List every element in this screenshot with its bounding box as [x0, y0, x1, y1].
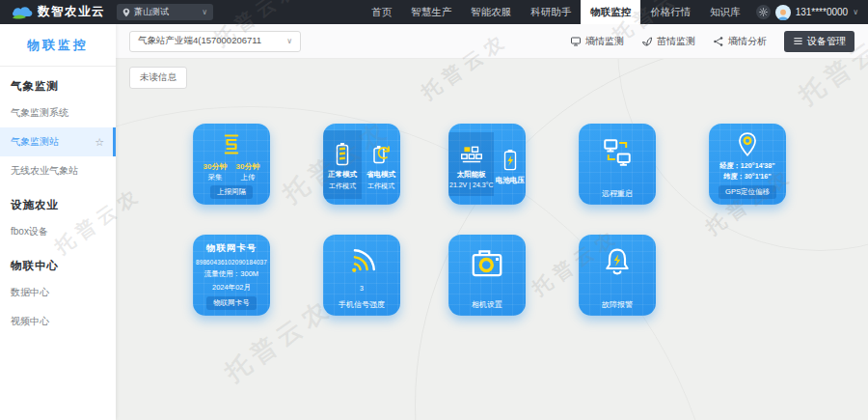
star-icon[interactable]: ☆: [95, 137, 104, 148]
main-content: 气象站产业端4(157000206711 ∨ 墒情监测 苗情监测: [116, 24, 868, 420]
card-iot-sim[interactable]: 物联网卡号 89860436102090184037 流量使用：300M 202…: [193, 235, 270, 316]
leaf-icon: [641, 36, 653, 47]
user-area: 131****0000 ∨: [750, 5, 868, 20]
solar-panel-half[interactable]: 太阳能板 21.2V | 24.3°C: [448, 132, 494, 196]
action-seedling-monitor[interactable]: 苗情监测: [641, 35, 695, 48]
location-pin-icon: [122, 8, 130, 17]
app-title: 数智农业云: [38, 4, 105, 20]
list-icon: [793, 36, 803, 46]
eco-mode-half[interactable]: 省电模式 工作模式: [362, 130, 400, 199]
user-avatar[interactable]: [775, 5, 791, 20]
top-navigation: 首页 智慧生产 智能农服 科研助手 物联监控 价格行情 知识库: [362, 0, 750, 24]
nav-item-iot-monitoring[interactable]: 物联监控: [581, 0, 640, 24]
sidebar-item-fbox-device[interactable]: fbox设备: [0, 217, 116, 246]
header-actions: 墒情监测 苗情监测 墒情分析 设备管理: [570, 31, 854, 52]
gps-latitude: 纬度：30°1'16": [719, 172, 775, 182]
remote-restart-label: 远程重启: [602, 188, 633, 199]
battery-bolt-icon: [500, 147, 521, 174]
card-fault-alarm[interactable]: 故障报警: [579, 235, 656, 316]
location-selector[interactable]: 萧山测试 ∨: [117, 4, 213, 20]
card-footer-pill: GPS定位偏移: [719, 185, 776, 199]
sidebar-item-label: 无线农业气象站: [11, 164, 78, 178]
nav-item-smart-agriservice[interactable]: 智能农服: [461, 0, 521, 24]
chevron-down-icon: ∨: [202, 9, 207, 16]
sidebar-item-label: 气象监测系统: [11, 106, 68, 120]
upload-interval-label: 上传: [240, 173, 255, 182]
collect-interval-label: 采集: [208, 173, 223, 182]
sidebar-item-label: 数据中心: [11, 286, 49, 299]
user-phone[interactable]: 131****0000: [796, 7, 849, 17]
normal-mode-half[interactable]: 正常模式 工作模式: [323, 130, 362, 199]
sidebar-title: 物联监控: [0, 24, 116, 67]
nav-item-home[interactable]: 首页: [362, 0, 401, 24]
remote-computers-icon: [601, 135, 634, 170]
action-label: 墒情分析: [728, 35, 767, 48]
sidebar-section-iot-center: 物联中心: [0, 246, 116, 278]
device-management-button[interactable]: 设备管理: [784, 31, 854, 52]
sidebar-item-wireless-weather-station[interactable]: 无线农业气象站: [0, 156, 116, 185]
card-report-interval[interactable]: 30分钟 采集 30分钟 上传 上报间隔: [193, 124, 270, 205]
chevron-down-icon[interactable]: ∨: [853, 9, 858, 16]
iot-card-month: 2024年02月: [212, 283, 251, 293]
alarm-bell-icon: [602, 246, 633, 279]
sidebar-item-weather-system[interactable]: 气象监测系统: [0, 98, 116, 127]
action-label: 设备管理: [807, 35, 846, 48]
nav-item-research-assistant[interactable]: 科研助手: [521, 0, 581, 24]
avatar-icon: [776, 8, 790, 20]
card-phone-signal[interactable]: 3 手机信号强度: [323, 235, 400, 316]
action-label: 苗情监测: [657, 35, 695, 48]
wifi-icon: [345, 246, 378, 279]
sidebar-item-label: 气象监测站: [11, 135, 59, 149]
location-pin-icon: [735, 131, 760, 158]
battery-icon: [331, 141, 354, 168]
camera-icon: [470, 247, 504, 280]
solar-title: 太阳能板: [457, 170, 486, 180]
gps-longitude: 经度：120°14'38": [719, 161, 775, 172]
location-value: 萧山测试: [134, 6, 169, 18]
gps-coordinates: 经度：120°14'38" 纬度：30°1'16": [719, 161, 775, 182]
sidebar-item-weather-station[interactable]: 气象监测站 ☆: [0, 127, 116, 156]
settings-button[interactable]: [756, 5, 771, 19]
eco-mode-title: 省电模式: [366, 170, 395, 180]
phone-signal-label: 手机信号强度: [339, 299, 385, 310]
app-logo[interactable]: 数智农业云: [0, 4, 113, 20]
normal-mode-title: 正常模式: [328, 170, 357, 180]
unread-messages-button[interactable]: 未读信息: [129, 67, 187, 89]
collect-interval-value: 30分钟: [203, 161, 228, 172]
sidebar-item-video-center[interactable]: 视频中心: [0, 307, 116, 336]
content-header: 气象站产业端4(157000206711 ∨ 墒情监测 苗情监测: [116, 24, 868, 59]
chevron-down-icon: ∨: [286, 38, 292, 45]
iot-card-title: 物联网卡号: [206, 242, 258, 255]
card-camera-settings[interactable]: 相机设置: [448, 235, 526, 316]
card-remote-restart[interactable]: 远程重启: [579, 124, 656, 205]
action-soil-moisture-analysis[interactable]: 墒情分析: [713, 35, 767, 48]
sidebar-section-weather: 气象监测: [0, 67, 116, 98]
device-selector[interactable]: 气象站产业端4(157000206711 ∨: [129, 31, 301, 52]
battery-voltage-label: 电池电压: [496, 176, 525, 185]
sidebar-item-label: fbox设备: [11, 225, 48, 238]
action-soil-moisture-monitor[interactable]: 墒情监测: [570, 35, 624, 48]
solar-panel-icon: [459, 143, 484, 168]
action-label: 墒情监测: [585, 35, 624, 48]
nav-item-price-market[interactable]: 价格行情: [640, 0, 700, 24]
card-power-voltage[interactable]: 太阳能板 21.2V | 24.3°C 电池电压: [448, 124, 526, 205]
card-footer-pill: 物联网卡号: [206, 296, 257, 310]
normal-mode-sub: 工作模式: [329, 182, 356, 191]
card-gps[interactable]: 经度：120°14'38" 纬度：30°1'16" GPS定位偏移: [709, 124, 786, 205]
nav-item-smart-production[interactable]: 智慧生产: [401, 0, 461, 24]
battery-refresh-icon: [369, 141, 393, 168]
iot-card-usage: 流量使用：300M: [204, 269, 258, 279]
card-footer-pill: 上报间隔: [210, 185, 253, 199]
solar-value: 21.2V | 24.3°C: [449, 182, 493, 188]
sidebar-item-label: 视频中心: [11, 315, 49, 328]
topbar: 数智农业云 萧山测试 ∨ 首页 智慧生产 智能农服 科研助手 物联监控 价格行情…: [0, 0, 868, 24]
device-selector-value: 气象站产业端4(157000206711: [138, 35, 261, 47]
card-work-mode[interactable]: 正常模式 工作模式 省电模式 工作模式: [323, 124, 400, 205]
camera-settings-label: 相机设置: [472, 299, 502, 310]
battery-voltage-half[interactable]: 电池电压: [494, 136, 526, 193]
monitor-icon: [570, 36, 582, 47]
sidebar-item-data-center[interactable]: 数据中心: [0, 278, 116, 307]
fault-alarm-label: 故障报警: [602, 299, 633, 310]
nav-item-knowledge-base[interactable]: 知识库: [700, 0, 750, 24]
share-icon: [713, 36, 724, 47]
